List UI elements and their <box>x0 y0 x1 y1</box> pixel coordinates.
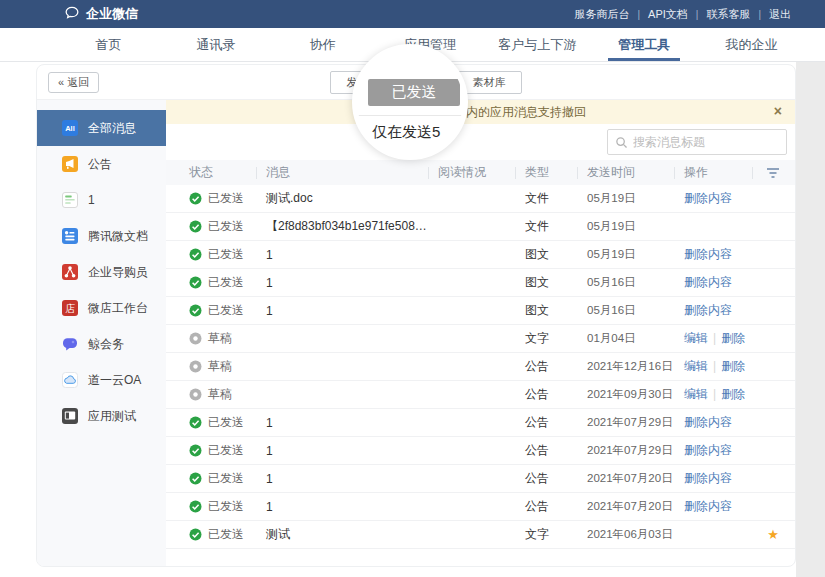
status-label: 已发送 <box>208 274 244 291</box>
row-actions: 编辑|删除 <box>674 330 752 347</box>
action-link[interactable]: 删除内容 <box>684 415 732 429</box>
topbar-link-separator: | <box>758 9 761 20</box>
table-row: 草稿文字01月04日编辑|删除 <box>166 325 795 353</box>
message-type: 图文 <box>515 274 577 291</box>
col-read-status: 阅读情况 <box>428 164 515 181</box>
action-link[interactable]: 删除内容 <box>684 303 732 317</box>
nav-tab[interactable]: 我的企业 <box>698 28 805 61</box>
topbar-link[interactable]: API文档 <box>648 7 688 22</box>
sidebar-item[interactable]: 道一云OA <box>37 362 166 398</box>
status-label: 已发送 <box>208 190 244 207</box>
nav-tab[interactable]: 客户与上下游 <box>484 28 591 61</box>
sidebar-item-label: 微店工作台 <box>88 300 148 317</box>
message-type: 文字 <box>515 526 577 543</box>
action-link[interactable]: 删除 <box>721 387 745 401</box>
search-input[interactable] <box>633 135 779 149</box>
table-row: 已发送1图文05月16日删除内容 <box>166 269 795 297</box>
message-title: 1 <box>256 248 428 262</box>
sidebar-item[interactable]: 企业导购员 <box>37 254 166 290</box>
row-actions: 删除内容 <box>674 302 752 319</box>
message-type: 公告 <box>515 358 577 375</box>
sent-status-icon <box>189 528 202 541</box>
action-link[interactable]: 编辑 <box>684 359 708 373</box>
magnified-sent-tab[interactable]: 已发送 <box>368 79 460 106</box>
message-title: 1 <box>256 444 428 458</box>
action-link[interactable]: 删除内容 <box>684 247 732 261</box>
send-time: 2021年07月29日 <box>577 443 674 458</box>
send-time: 2021年07月20日 <box>577 499 674 514</box>
sidebar-item-label: 应用测试 <box>88 408 136 425</box>
nav-tab[interactable]: 协作 <box>269 28 376 61</box>
magnifier-overlay: 已发送 仅在发送5 <box>352 44 468 160</box>
star-icon[interactable]: ★ <box>767 527 779 542</box>
content: All全部消息公告1腾讯微文档企业导购员店微店工作台鲸会务道一云OA应用测试 内… <box>37 99 795 566</box>
recall-notice-banner: 内的应用消息支持撤回 × <box>166 100 795 124</box>
sent-status-icon <box>189 304 202 317</box>
action-link[interactable]: 编辑 <box>684 331 708 345</box>
sidebar-item[interactable]: 1 <box>37 182 166 218</box>
table-row: 已发送测试.doc文件05月19日删除内容 <box>166 185 795 213</box>
table-row: 已发送1公告2021年07月29日删除内容 <box>166 409 795 437</box>
svg-text:店: 店 <box>65 303 75 314</box>
back-button[interactable]: « 返回 <box>48 72 99 93</box>
topbar-link-separator: | <box>696 9 699 20</box>
action-link[interactable]: 删除内容 <box>684 499 732 513</box>
send-time: 05月19日 <box>577 219 674 234</box>
filter-header <box>752 167 794 179</box>
row-actions: 编辑|删除 <box>674 386 752 403</box>
magnified-banner-text: 仅在发送5 <box>372 123 440 142</box>
row-actions: 删除内容 <box>674 190 752 207</box>
table-row: 已发送【2f8d83bf034b1e971fe5083eea...文件05月19… <box>166 213 795 241</box>
nav-tab[interactable]: 首页 <box>55 28 162 61</box>
action-link[interactable]: 删除内容 <box>684 275 732 289</box>
message-table: 状态 消息 阅读情况 类型 发送时间 操作 已发送测试.doc文件05月19日删… <box>166 160 795 566</box>
topbar-links: 服务商后台|API文档|联系客服|退出 <box>574 7 791 22</box>
sidebar-item[interactable]: 公告 <box>37 146 166 182</box>
table-row: 已发送测试文字2021年06月03日★ <box>166 521 795 549</box>
table-row: 已发送1图文05月19日删除内容 <box>166 241 795 269</box>
status-label: 已发送 <box>208 414 244 431</box>
row-actions: 删除内容 <box>674 414 752 431</box>
message-type: 公告 <box>515 386 577 403</box>
sidebar-item[interactable]: 店微店工作台 <box>37 290 166 326</box>
action-link[interactable]: 删除 <box>721 331 745 345</box>
status-label: 已发送 <box>208 302 244 319</box>
topbar-link[interactable]: 退出 <box>769 7 791 22</box>
sidebar-item[interactable]: 应用测试 <box>37 398 166 434</box>
action-link[interactable]: 删除内容 <box>684 471 732 485</box>
action-link[interactable]: 删除 <box>721 359 745 373</box>
close-icon[interactable]: × <box>774 104 782 118</box>
sidebar-item-label: 全部消息 <box>88 120 136 137</box>
message-type: 公告 <box>515 442 577 459</box>
action-separator: | <box>713 359 716 373</box>
topbar-link-separator: | <box>637 9 640 20</box>
table-row: 已发送1图文05月16日删除内容 <box>166 297 795 325</box>
sidebar-item-label: 1 <box>88 193 95 207</box>
topbar: 企业微信 服务商后台|API文档|联系客服|退出 <box>0 0 825 28</box>
nav-tab[interactable]: 通讯录 <box>162 28 269 61</box>
search-box <box>607 129 787 155</box>
row-actions: 删除内容 <box>674 246 752 263</box>
send-time: 05月16日 <box>577 275 674 290</box>
sent-status-icon <box>189 248 202 261</box>
sidebar-item[interactable]: 腾讯微文档 <box>37 218 166 254</box>
topbar-link[interactable]: 服务商后台 <box>574 7 629 22</box>
app-sidebar: All全部消息公告1腾讯微文档企业导购员店微店工作台鲸会务道一云OA应用测试 <box>37 100 166 566</box>
row-actions: 删除内容 <box>674 442 752 459</box>
chat-icon <box>61 335 79 353</box>
action-link[interactable]: 删除内容 <box>684 191 732 205</box>
status-label: 已发送 <box>208 218 244 235</box>
action-link[interactable]: 删除内容 <box>684 443 732 457</box>
action-link[interactable]: 编辑 <box>684 387 708 401</box>
action-separator: | <box>713 331 716 345</box>
row-actions: 删除内容 <box>674 274 752 291</box>
main-panel: 内的应用消息支持撤回 × 状态 消息 阅读情况 <box>166 100 795 566</box>
sidebar-item[interactable]: 鲸会务 <box>37 326 166 362</box>
filter-icon[interactable] <box>766 167 780 179</box>
nav-tab[interactable]: 管理工具 <box>591 28 698 61</box>
message-title: 【2f8d83bf034b1e971fe5083eea... <box>256 218 428 235</box>
status-label: 草稿 <box>208 330 232 347</box>
sent-status-icon <box>189 472 202 485</box>
sidebar-item[interactable]: All全部消息 <box>37 110 166 146</box>
topbar-link[interactable]: 联系客服 <box>706 7 750 22</box>
